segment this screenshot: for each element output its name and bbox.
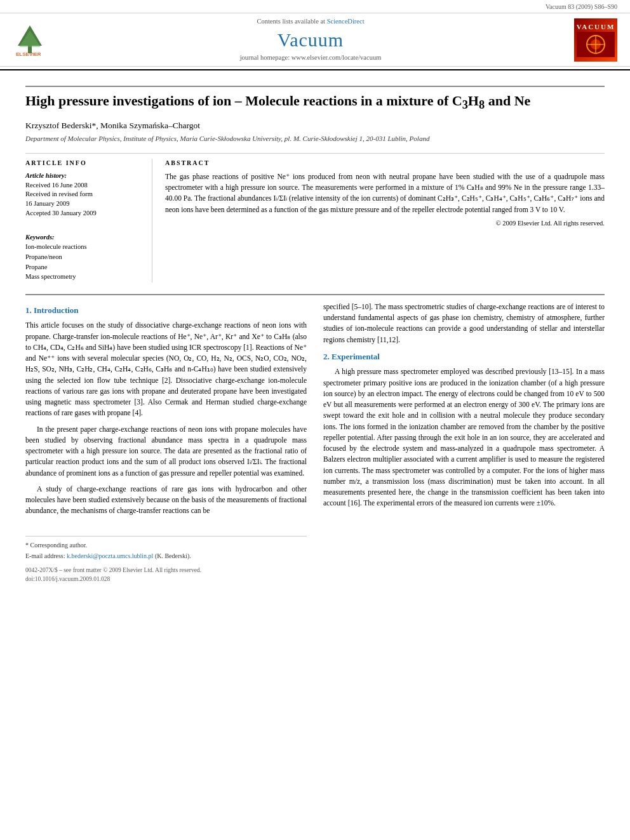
article-body: High pressure investigations of ion – Mo…	[0, 70, 630, 596]
vacuum-cover-image: VACUUM	[574, 18, 617, 62]
abstract-text: The gas phase reactions of positive Ne⁺ …	[165, 171, 605, 215]
volume-info-text: Vacuum 83 (2009) S86–S90	[546, 3, 617, 10]
keyword-2: Propane/neon	[25, 253, 143, 262]
email-link[interactable]: k.bederski@poczta.umcs.lublin.pl	[67, 552, 153, 559]
authors: Krzysztof Bederski*, Monika Szymańska–Ch…	[25, 120, 605, 132]
abstract-title: ABSTRACT	[165, 159, 605, 168]
experimental-heading: 2. Experimental	[323, 350, 605, 363]
page: Vacuum 83 (2009) S86–S90 ELSEVIER Conten…	[0, 0, 630, 840]
journal-homepage: journal homepage: www.elsevier.com/locat…	[47, 53, 574, 63]
two-column-content: 1. Introduction This article focuses on …	[25, 302, 605, 583]
right-para-1: specified [5–10]. The mass spectrometric…	[323, 302, 605, 345]
intro-para-1: This article focuses on the study of dis…	[25, 320, 307, 418]
keywords-list: Ion-molecule reactions Propane/neon Prop…	[25, 243, 143, 282]
keyword-1: Ion-molecule reactions	[25, 243, 143, 252]
elsevier-logo: ELSEVIER	[13, 23, 47, 57]
affiliation: Department of Molecular Physics, Institu…	[25, 134, 605, 143]
article-title: High pressure investigations of ion – Mo…	[25, 92, 605, 113]
abstract-section: ABSTRACT The gas phase reactions of posi…	[165, 159, 605, 283]
vacuum-cover-graphic	[577, 32, 615, 57]
contents-line: Contents lists available at ScienceDirec…	[47, 17, 574, 27]
footnote-corresponding: * Corresponding author.	[25, 540, 307, 550]
sciencedirect-link[interactable]: ScienceDirect	[327, 18, 365, 25]
svg-text:ELSEVIER: ELSEVIER	[16, 51, 41, 57]
journal-header: Vacuum 83 (2009) S86–S90 ELSEVIER Conten…	[0, 0, 630, 70]
left-column: 1. Introduction This article focuses on …	[25, 302, 307, 583]
intro-heading: 1. Introduction	[25, 304, 307, 317]
intro-para-3: A study of charge-exchange reactions of …	[25, 484, 307, 517]
history-label: Article history:	[25, 171, 143, 181]
article-info-title: ARTICLE INFO	[25, 159, 143, 168]
footnotes: * Corresponding author. E-mail address: …	[25, 536, 307, 584]
revised-date: 16 January 2009	[25, 199, 143, 209]
intro-para-2: In the present paper charge-exchange rea…	[25, 424, 307, 479]
info-divider	[25, 153, 605, 154]
top-divider	[25, 86, 605, 87]
experimental-para-1: A high pressure mass spectrometer employ…	[323, 366, 605, 509]
article-info: ARTICLE INFO Article history: Received 1…	[25, 159, 152, 283]
accepted-date: Accepted 30 January 2009	[25, 209, 143, 218]
right-column: specified [5–10]. The mass spectrometric…	[323, 302, 605, 583]
keywords-label: Keywords:	[25, 233, 143, 243]
footnote-email: E-mail address: k.bederski@poczta.umcs.l…	[25, 551, 307, 561]
keyword-4: Mass spectrometry	[25, 272, 143, 282]
vacuum-cover-label: VACUUM	[577, 22, 615, 32]
elsevier-tree-icon: ELSEVIER	[13, 23, 47, 57]
journal-title: Vacuum	[47, 27, 574, 53]
received-date: Received 16 June 2008	[25, 181, 143, 190]
info-abstract-section: ARTICLE INFO Article history: Received 1…	[25, 159, 605, 283]
journal-center: Contents lists available at ScienceDirec…	[47, 17, 574, 62]
revised-label: Received in revised form	[25, 190, 143, 199]
journal-banner: ELSEVIER Contents lists available at Sci…	[0, 13, 630, 67]
footer-issn: 0042-207X/$ – see front matter © 2009 El…	[25, 566, 307, 584]
content-divider	[25, 294, 605, 295]
keyword-3: Propane	[25, 263, 143, 272]
volume-info: Vacuum 83 (2009) S86–S90	[0, 0, 630, 13]
copyright-line: © 2009 Elsevier Ltd. All rights reserved…	[165, 219, 605, 229]
